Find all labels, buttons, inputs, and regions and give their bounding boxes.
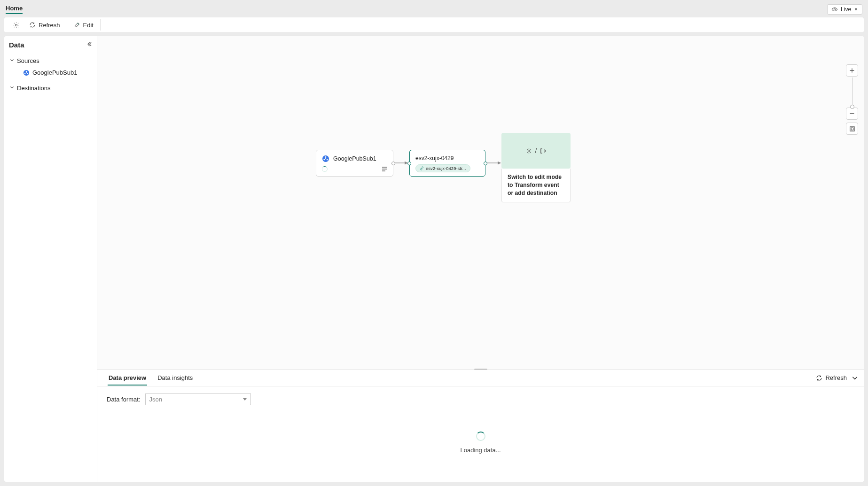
sidebar: Data Sources GooglePubSub1	[4, 36, 97, 482]
chevron-down-icon	[10, 58, 14, 63]
transform-icon	[525, 147, 532, 154]
refresh-icon	[29, 22, 36, 28]
bottom-panel: Data preview Data insights Refresh	[97, 369, 864, 482]
gear-icon	[13, 22, 20, 29]
link-icon	[420, 166, 424, 170]
chevron-down-icon: ▼	[854, 7, 858, 12]
output-icon	[540, 147, 547, 154]
tree-section-sources[interactable]: Sources	[10, 55, 91, 66]
bottom-tabs: Data preview Data insights	[103, 370, 194, 386]
collapse-sidebar-button[interactable]	[86, 41, 92, 48]
format-value: Json	[149, 396, 162, 403]
pubsub-icon	[23, 69, 30, 76]
chip-label: esv2-xujx-0429-str...	[426, 166, 466, 171]
input-port[interactable]	[407, 162, 411, 165]
bottom-tab-actions: Refresh	[816, 374, 858, 381]
node-title: GooglePubSub1	[333, 155, 376, 162]
top-tabs: Home	[6, 5, 23, 14]
slash-separator: /	[535, 147, 537, 154]
chevron-down-icon	[10, 85, 14, 91]
loading-text: Loading data...	[460, 447, 500, 454]
svg-point-0	[834, 8, 835, 10]
svg-point-13	[528, 150, 530, 152]
node-title: esv2-xujx-0429	[415, 155, 479, 162]
format-row: Data format: Json	[97, 386, 864, 408]
top-tab-bar: Home Live ▼	[4, 4, 864, 15]
svg-point-11	[327, 159, 328, 161]
toolbar-divider	[67, 19, 67, 31]
loading-state: Loading data...	[97, 408, 864, 482]
svg-point-10	[323, 159, 325, 161]
main: GooglePubSub1 esv2-xujx-0429	[97, 36, 864, 482]
sidebar-title: Data	[9, 41, 24, 49]
live-mode-button[interactable]: Live ▼	[827, 4, 862, 15]
live-label: Live	[841, 6, 851, 13]
tree-section-destinations[interactable]: Destinations	[10, 83, 91, 93]
placeholder-caption: Switch to edit mode to Transform event o…	[501, 169, 571, 202]
refresh-icon	[816, 375, 822, 381]
svg-point-3	[26, 70, 27, 71]
tree-item-label: GooglePubSub1	[32, 69, 77, 76]
toolbar: Refresh Edit	[4, 17, 864, 33]
refresh-label: Refresh	[825, 374, 847, 381]
bottom-refresh-button[interactable]: Refresh	[816, 374, 847, 381]
refresh-button[interactable]: Refresh	[24, 20, 65, 31]
svg-point-6	[26, 72, 27, 73]
eye-icon	[831, 6, 838, 13]
flow-canvas[interactable]: GooglePubSub1 esv2-xujx-0429	[97, 36, 864, 369]
format-label: Data format:	[107, 396, 141, 403]
svg-point-9	[325, 156, 327, 158]
loading-spinner-icon	[476, 432, 485, 441]
edit-icon	[74, 22, 80, 28]
tab-data-insights[interactable]: Data insights	[156, 370, 194, 386]
pubsub-icon	[322, 155, 329, 162]
node-stream-esv2[interactable]: esv2-xujx-0429 esv2-xujx-0429-str...	[409, 150, 485, 177]
svg-point-12	[325, 158, 326, 159]
stream-chip[interactable]: esv2-xujx-0429-str...	[415, 164, 470, 172]
menu-icon[interactable]	[382, 167, 387, 171]
refresh-label: Refresh	[39, 22, 60, 29]
collapse-panel-button[interactable]	[852, 375, 858, 381]
node-destination-placeholder[interactable]: / Switch to edit mode to Transform event…	[501, 133, 571, 202]
edit-button[interactable]: Edit	[69, 20, 98, 31]
node-source-googlepubsub1[interactable]: GooglePubSub1	[316, 150, 393, 177]
tree-section-label: Sources	[17, 57, 39, 64]
svg-point-1	[15, 24, 17, 26]
edit-label: Edit	[83, 22, 94, 29]
toolbar-divider	[100, 19, 101, 31]
content: Data Sources GooglePubSub1	[4, 36, 864, 482]
chevron-double-left-icon	[86, 41, 92, 47]
svg-point-5	[27, 73, 28, 74]
output-port[interactable]	[391, 162, 395, 165]
tab-home[interactable]: Home	[6, 5, 23, 14]
svg-point-4	[24, 73, 25, 74]
flow-nodes: GooglePubSub1 esv2-xujx-0429	[97, 36, 864, 369]
data-format-select[interactable]: Json	[145, 393, 251, 405]
output-port[interactable]	[484, 162, 487, 165]
tab-data-preview[interactable]: Data preview	[108, 370, 147, 386]
loading-spinner-icon	[322, 166, 328, 172]
tree-section-label: Destinations	[17, 85, 51, 92]
settings-button[interactable]	[8, 20, 24, 31]
tree-item-googlepubsub1[interactable]: GooglePubSub1	[10, 66, 91, 79]
